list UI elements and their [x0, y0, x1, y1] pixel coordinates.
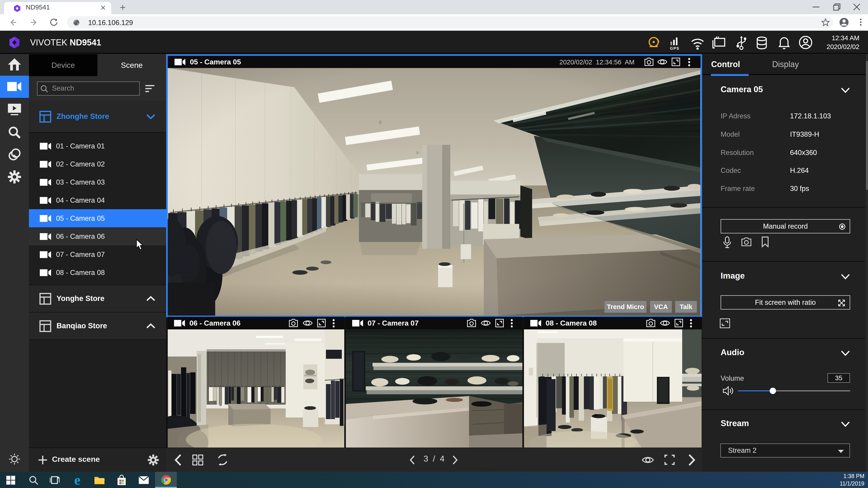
svg-text:GPS: GPS: [670, 46, 680, 50]
